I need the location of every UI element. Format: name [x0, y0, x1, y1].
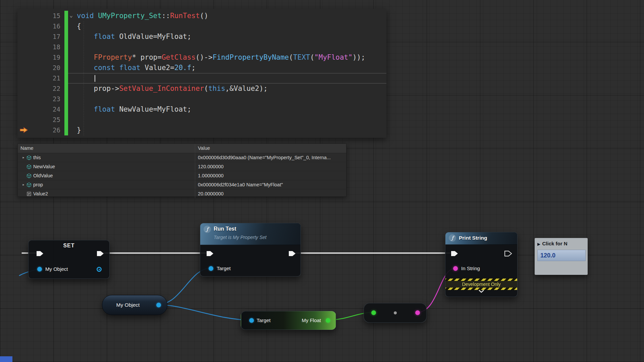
print-string-node[interactable]: ƒ Print String In String Development Onl…: [445, 232, 518, 297]
variable-node-label: My Object: [102, 295, 154, 315]
debug-value-bubble[interactable]: ▶Click for N 120.0: [535, 238, 588, 275]
object-input-pin[interactable]: [37, 267, 42, 272]
code-line-21[interactable]: 21: [17, 73, 386, 83]
line-number: 22: [17, 83, 64, 94]
exec-input-pin[interactable]: [36, 250, 44, 257]
code-line-26[interactable]: 26}: [17, 125, 386, 135]
watch-panel[interactable]: Name Value ▸this0x000006d30d90aaa0 (Name…: [17, 143, 346, 197]
development-only-banner: Development Only: [445, 279, 517, 290]
debug-bubble-title[interactable]: ▶Click for N: [537, 241, 586, 246]
watch-row-OldValue[interactable]: OldValue1.00000000: [18, 171, 346, 180]
code-text: float OldValue=MyFloat;: [68, 32, 386, 42]
fold-chevron-icon[interactable]: ⌄: [69, 10, 73, 20]
target-input-pin[interactable]: [209, 266, 213, 271]
change-marker: [64, 94, 68, 104]
code-line-18[interactable]: 18: [17, 42, 386, 52]
object-output-pin[interactable]: [156, 303, 161, 307]
code-line-16[interactable]: 16{: [17, 21, 386, 32]
object-wire-to-myfloat-target: [158, 305, 251, 320]
code-line-15[interactable]: 15⌄void UMyProperty_Set::RunTest(): [17, 11, 386, 21]
exec-output-pin[interactable]: [504, 250, 512, 257]
blueprint-canvas[interactable]: SET My Object My Object ƒ Run Test Targe…: [0, 0, 644, 362]
float-output-pin[interactable]: [326, 318, 330, 323]
change-marker: [64, 52, 68, 63]
text-caret: [95, 75, 95, 82]
code-text: FProperty* prop=GetClass()->FindProperty…: [68, 52, 386, 63]
print-string-node-header[interactable]: ƒ Print String: [445, 232, 517, 245]
line-number: 24: [17, 104, 64, 115]
object-icon: [26, 182, 33, 187]
float-to-string-conversion-node[interactable]: [364, 303, 427, 323]
expand-node-chevron-icon[interactable]: [478, 290, 485, 293]
variable-value: 20.0000000: [195, 189, 346, 198]
change-marker: [64, 83, 68, 94]
set-node[interactable]: SET My Object: [28, 240, 110, 279]
variable-value: 0x000006d30d90aaa0 (Name="MyProperty_Set…: [195, 153, 346, 162]
watch-rows: ▸this0x000006d30d90aaa0 (Name="MyPropert…: [18, 153, 346, 198]
exec-output-pin[interactable]: [288, 250, 296, 257]
my-float-getter-node[interactable]: Target My Float: [241, 311, 336, 330]
code-text: const float Value2=20.f;: [68, 63, 386, 73]
watch-row-NewValue[interactable]: NewValue120.000000: [18, 162, 346, 171]
object-output-pin[interactable]: [97, 267, 102, 272]
string-input-pin[interactable]: [453, 266, 458, 271]
code-text: prop->SetValue_InContainer(this,&Value2)…: [68, 83, 386, 94]
code-text: }: [68, 125, 386, 135]
node-title: Run Test: [214, 226, 236, 232]
code-line-23[interactable]: 23: [17, 94, 386, 104]
line-number: 18: [17, 42, 64, 52]
code-line-20[interactable]: 20 const float Value2=20.f;: [17, 63, 386, 73]
change-marker: [64, 21, 68, 32]
code-lines: 15⌄void UMyProperty_Set::RunTest()16{17 …: [17, 11, 386, 135]
function-icon: ƒ: [449, 234, 456, 242]
watch-row-Value2[interactable]: Value220.0000000: [18, 189, 346, 198]
code-text: ⌄void UMyProperty_Set::RunTest(): [68, 11, 386, 21]
code-line-17[interactable]: 17 float OldValue=MyFloat;: [17, 32, 386, 42]
line-number: 21: [17, 73, 64, 83]
line-number: 19: [17, 52, 64, 63]
column-header-value[interactable]: Value: [195, 144, 346, 153]
line-number: 20: [17, 63, 64, 73]
exec-input-pin[interactable]: [450, 250, 459, 257]
watch-row-prop[interactable]: ▸prop0x000006d2f034e1a0 Name="MyFloat": [18, 180, 346, 189]
code-line-22[interactable]: 22 prop->SetValue_InContainer(this,&Valu…: [17, 83, 386, 94]
line-number: 17: [17, 32, 64, 42]
target-pin-label: Target: [217, 265, 231, 272]
run-test-node[interactable]: ƒ Run Test Target is My Property Set Tar…: [200, 223, 301, 277]
column-header-name[interactable]: Name: [18, 144, 195, 153]
expand-arrow-icon[interactable]: ▸: [20, 153, 26, 162]
debug-bubble-title-text: Click for N: [542, 241, 567, 246]
code-line-24[interactable]: 24 float NewValue=MyFloat;: [17, 104, 386, 115]
object-icon: [26, 155, 33, 160]
object-icon: [26, 173, 33, 178]
variable-name: Value2: [33, 189, 48, 198]
variable-name: this: [33, 153, 41, 162]
target-pin-label: Target: [257, 317, 271, 324]
execution-pointer-icon: [19, 127, 28, 133]
variable-value: 1.00000000: [195, 171, 346, 180]
in-string-pin-label: In String: [461, 265, 480, 272]
variable-value: 120.000000: [195, 162, 346, 171]
set-input-pin-label: My Object: [45, 265, 68, 273]
code-line-19[interactable]: 19 FProperty* prop=GetClass()->FindPrope…: [17, 52, 386, 63]
line-number: 23: [17, 94, 64, 104]
change-marker: [64, 125, 68, 135]
watch-row-this[interactable]: ▸this0x000006d30d90aaa0 (Name="MyPropert…: [18, 153, 346, 162]
string-output-pin[interactable]: [415, 310, 420, 315]
float-input-pin[interactable]: [371, 310, 376, 315]
variable-name: NewValue: [33, 162, 55, 171]
code-editor[interactable]: 15⌄void UMyProperty_Set::RunTest()16{17 …: [17, 9, 386, 138]
target-input-pin[interactable]: [249, 318, 254, 323]
node-title: Print String: [459, 235, 487, 241]
exec-output-pin[interactable]: [96, 250, 104, 257]
variable-name: OldValue: [33, 171, 53, 180]
change-marker: [64, 32, 68, 42]
my-object-variable-node[interactable]: My Object: [102, 295, 167, 315]
code-line-25[interactable]: 25: [17, 115, 386, 125]
run-test-node-header[interactable]: ƒ Run Test Target is My Property Set: [200, 223, 301, 245]
code-text: [68, 115, 386, 125]
object-icon: [26, 164, 33, 169]
expand-arrow-icon[interactable]: ▸: [20, 180, 26, 189]
exec-input-pin[interactable]: [206, 250, 214, 257]
code-text: [68, 73, 386, 83]
